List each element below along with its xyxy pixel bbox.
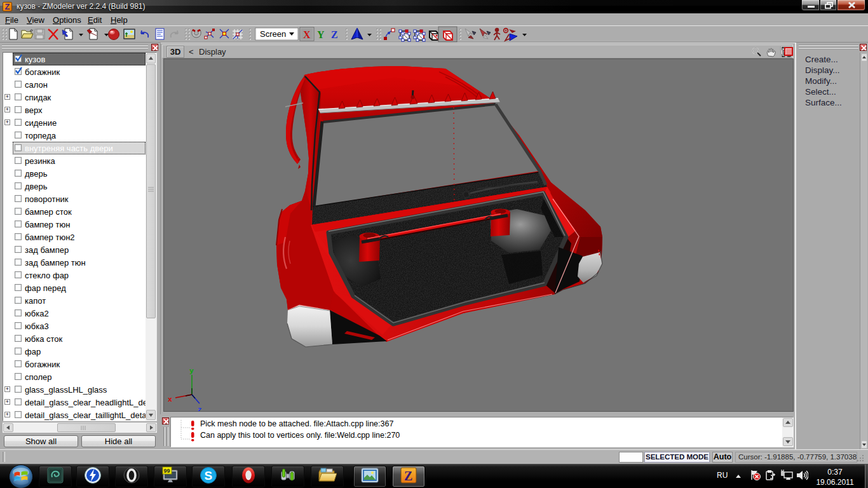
- svg-text:Screen: Screen: [260, 29, 286, 39]
- svg-text:x: x: [168, 395, 172, 403]
- svg-text:Y: Y: [317, 29, 325, 40]
- svg-text:Z: Z: [331, 29, 338, 40]
- svg-text:z: z: [198, 405, 202, 411]
- svg-text:X: X: [303, 29, 311, 40]
- svg-text:y: y: [189, 367, 194, 375]
